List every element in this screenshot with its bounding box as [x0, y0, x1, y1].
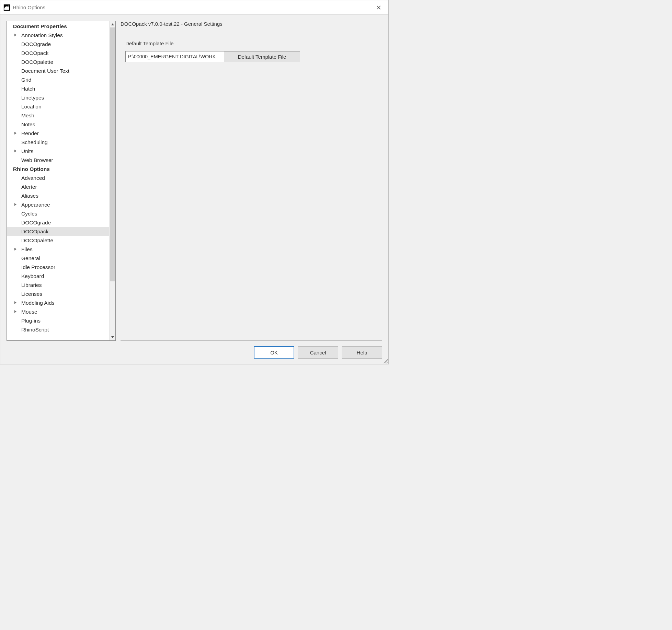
chevron-right-icon[interactable] [13, 202, 18, 207]
ok-button[interactable]: OK [254, 346, 294, 359]
tree-section-label: Document Properties [13, 23, 67, 30]
svg-marker-6 [14, 150, 16, 152]
tree-item-label: Render [21, 130, 39, 137]
svg-marker-5 [14, 132, 16, 135]
tree-item-label: DOCOpalette [21, 237, 53, 244]
tree-item-label: Location [21, 104, 42, 110]
tree-item-label: Hatch [21, 86, 35, 92]
tree-item-label: Appearance [21, 202, 50, 208]
tree-item[interactable]: Linetypes [7, 93, 109, 102]
options-tree: Document PropertiesAnnotation StylesDOCO… [7, 21, 116, 341]
tree-item[interactable]: Hatch [7, 84, 109, 93]
tree-item[interactable]: Idle Processor [7, 263, 109, 272]
help-button[interactable]: Help [342, 346, 382, 359]
chevron-right-icon[interactable] [13, 149, 18, 154]
svg-marker-7 [14, 203, 16, 206]
tree-item[interactable]: Web Browser [7, 156, 109, 165]
svg-marker-8 [14, 248, 16, 250]
cancel-button[interactable]: Cancel [298, 346, 338, 359]
tree-item-label: Plug-ins [21, 318, 41, 324]
tree-item-label: DOCOgrade [21, 220, 51, 226]
tree-item[interactable]: Notes [7, 120, 109, 129]
tree-item[interactable]: Appearance [7, 200, 109, 209]
tree-item[interactable]: Advanced [7, 174, 109, 183]
tree-item-label: Cycles [21, 211, 37, 217]
titlebar: Rhino Options [0, 0, 388, 15]
scroll-down-arrow[interactable] [110, 334, 115, 340]
tree-item[interactable]: Location [7, 102, 109, 111]
tree-item[interactable]: Licenses [7, 290, 109, 299]
tree-item-label: Modeling Aids [21, 300, 55, 306]
tree-item-label: Annotation Styles [21, 32, 63, 38]
tree-item-label: General [21, 255, 40, 261]
tree-item-label: Scheduling [21, 139, 48, 145]
tree-item-label: RhinoScript [21, 327, 49, 333]
tree-item[interactable]: Files [7, 245, 109, 254]
tree-item[interactable]: Render [7, 129, 109, 138]
tree-item-label: Licenses [21, 291, 42, 297]
tree-item-label: Mouse [21, 309, 37, 315]
tree-item[interactable]: DOCOpack [7, 49, 109, 58]
svg-marker-11 [111, 23, 114, 25]
tree-item-label: Web Browser [21, 157, 53, 163]
tree-item-label: Units [21, 148, 33, 154]
tree-item[interactable]: DOCOpack [7, 227, 109, 236]
tree-item[interactable]: Annotation Styles [7, 31, 109, 40]
section-header: DOCOpack v7.0.0-test.22 - General Settin… [121, 21, 382, 27]
tree-item[interactable]: DOCOpalette [7, 236, 109, 245]
default-template-file-button[interactable]: Default Template File [224, 51, 300, 62]
tree-item-label: Libraries [21, 282, 42, 288]
content-panel: DOCOpack v7.0.0-test.22 - General Settin… [121, 21, 382, 341]
scroll-thumb[interactable] [110, 27, 115, 281]
app-icon [3, 4, 11, 11]
tree-item[interactable]: DOCOgrade [7, 40, 109, 49]
tree-item[interactable]: Libraries [7, 281, 109, 290]
tree-item-label: Linetypes [21, 95, 44, 101]
tree-section-header[interactable]: Rhino Options [7, 165, 109, 174]
svg-point-1 [8, 5, 9, 7]
tree-item[interactable]: RhinoScript [7, 325, 109, 334]
tree-item[interactable]: Grid [7, 75, 109, 84]
tree-item[interactable]: Alerter [7, 183, 109, 191]
tree-item[interactable]: Cycles [7, 209, 109, 218]
tree-item[interactable]: General [7, 254, 109, 263]
tree-section-header[interactable]: Document Properties [7, 22, 109, 31]
window-title: Rhino Options [13, 4, 45, 10]
tree-item[interactable]: DOCOgrade [7, 218, 109, 227]
tree-item-label: Idle Processor [21, 264, 55, 270]
close-icon[interactable] [372, 0, 386, 14]
template-file-label: Default Template File [125, 40, 382, 46]
tree-item[interactable]: Mesh [7, 111, 109, 120]
tree-item-label: Alerter [21, 184, 37, 190]
tree-item[interactable]: DOCOpalette [7, 58, 109, 67]
chevron-right-icon[interactable] [13, 131, 18, 136]
tree-scrollbar[interactable] [109, 21, 115, 340]
tree-item-label: DOCOpack [21, 229, 48, 235]
tree-item-label: DOCOgrade [21, 41, 51, 47]
chevron-right-icon[interactable] [13, 310, 18, 314]
chevron-right-icon[interactable] [13, 33, 18, 38]
chevron-right-icon[interactable] [13, 301, 18, 305]
options-window: Rhino Options Document PropertiesAnnotat… [0, 0, 389, 364]
template-path-input[interactable] [125, 51, 224, 62]
tree-item[interactable]: Keyboard [7, 272, 109, 281]
tree-item-label: Aliases [21, 193, 38, 199]
scroll-up-arrow[interactable] [110, 21, 115, 27]
tree-item-label: DOCOpack [21, 50, 48, 56]
tree-item[interactable]: Units [7, 147, 109, 156]
tree-item-label: Notes [21, 121, 35, 128]
tree-item[interactable]: Scheduling [7, 138, 109, 147]
svg-marker-9 [14, 301, 16, 304]
tree-item[interactable]: Modeling Aids [7, 299, 109, 307]
tree-item-label: Document User Text [21, 68, 69, 74]
svg-marker-4 [14, 34, 16, 36]
tree-item[interactable]: Plug-ins [7, 316, 109, 325]
svg-marker-10 [14, 310, 16, 313]
tree-item[interactable]: Document User Text [7, 67, 109, 75]
tree-item[interactable]: Mouse [7, 307, 109, 316]
svg-marker-12 [111, 336, 114, 338]
tree-item-label: Advanced [21, 175, 45, 181]
chevron-right-icon[interactable] [13, 247, 18, 252]
tree-item-label: Mesh [21, 113, 34, 119]
tree-item[interactable]: Aliases [7, 191, 109, 200]
